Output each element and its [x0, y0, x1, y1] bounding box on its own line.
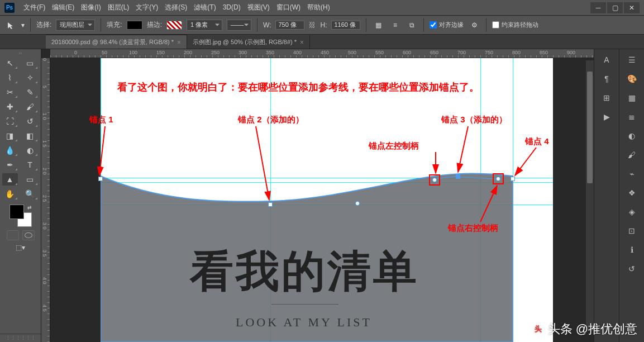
history-brush-tool[interactable]: ↺ — [22, 115, 38, 127]
hand-tool[interactable]: ✋ — [2, 188, 18, 200]
gradient-tool[interactable]: ◧ — [22, 130, 38, 142]
toolbox-handle[interactable]: ›› — [0, 50, 41, 56]
width-field[interactable] — [275, 21, 304, 30]
rulers-panel-icon[interactable]: ⊞ — [599, 92, 614, 104]
toolbox: ›› ↖▭⌇✧✂✎✚🖌⛶↺◨◧💧◐✒T▲▭✋🔍 ⇄ ⬚▾ ⋮⋮⋮⋮⋮⋮ — [0, 49, 41, 342]
close-tab-icon[interactable]: × — [300, 39, 304, 46]
nav-panel-icon[interactable]: ⊡ — [624, 225, 639, 237]
menu-滤镜t[interactable]: 滤镜(T) — [190, 3, 219, 11]
path-select-tool[interactable]: ▲ — [2, 173, 18, 186]
eyedropper-tool[interactable]: ✎ — [22, 86, 38, 98]
menu-编辑e[interactable]: 编辑(E) — [49, 3, 78, 11]
pen-tool[interactable]: ✒ — [2, 159, 18, 171]
anchor-2[interactable] — [268, 202, 273, 207]
move-tool[interactable]: ↖ — [2, 57, 18, 69]
screen-mode-icon[interactable]: ⬚▾ — [16, 244, 25, 251]
link-icon[interactable]: ⛓ — [309, 21, 316, 29]
healing-tool[interactable]: ✚ — [2, 101, 18, 113]
width-label: W: — [263, 21, 271, 29]
path-ops-icon[interactable]: ▦ — [372, 19, 384, 31]
annotation-anchor3: 锚点 3（添加的） — [441, 115, 507, 125]
ruler-horizontal[interactable]: 0501001502002503003504004505005506006507… — [50, 49, 594, 58]
brush-tool[interactable]: 🖌 — [22, 101, 38, 113]
document-tab[interactable]: 20180009.psd @ 98.4% (淡蓝背景, RGB/8) *× — [46, 35, 187, 49]
annotation-left-handle: 锚点左控制柄 — [369, 141, 419, 151]
anchor-1[interactable] — [98, 177, 103, 181]
rect-marquee-tool[interactable]: ▭ — [22, 57, 38, 69]
3d-panel-icon[interactable]: ◈ — [624, 206, 639, 218]
close-button[interactable]: ✕ — [624, 2, 640, 13]
menu-帮助h[interactable]: 帮助(H) — [304, 3, 333, 11]
glyphs-panel-icon[interactable]: ❖ — [624, 187, 639, 199]
adjust-panel-icon[interactable]: ◐ — [624, 130, 639, 142]
constrain-path-checkbox[interactable]: 约束路径拖动 — [492, 21, 538, 29]
gear-icon[interactable]: ⚙ — [468, 19, 480, 31]
menu-图层l[interactable]: 图层(L) — [104, 3, 133, 11]
type-tool[interactable]: T — [22, 159, 38, 171]
eraser-tool[interactable]: ◨ — [2, 130, 18, 142]
height-field[interactable] — [331, 21, 360, 30]
annotation-anchor4: 锚点 4 — [525, 136, 549, 147]
swap-colors-icon[interactable]: ⇄ — [27, 205, 32, 210]
¶-panel-icon[interactable]: ¶ — [599, 73, 614, 85]
menu-文件f[interactable]: 文件(F) — [20, 3, 49, 11]
brush-panel-icon[interactable]: 🖌 — [624, 149, 639, 161]
magic-wand-tool[interactable]: ✧ — [22, 72, 38, 84]
dodge-tool[interactable]: ◐ — [22, 144, 38, 156]
align-edges-checkbox[interactable]: 对齐边缘 — [430, 21, 464, 29]
A-panel-icon[interactable]: A — [599, 54, 614, 66]
sliders-panel-icon[interactable]: ☰ — [624, 54, 639, 66]
menu-3dd[interactable]: 3D(D) — [220, 3, 244, 11]
move-tool-indicator[interactable] — [4, 19, 17, 31]
blur-tool[interactable]: 💧 — [2, 144, 18, 156]
arrange-icon[interactable]: ⧉ — [406, 19, 418, 31]
menu-窗口w[interactable]: 窗口(W) — [273, 3, 304, 11]
anchor-4[interactable] — [511, 177, 515, 181]
stamp-tool[interactable]: ⛶ — [2, 115, 18, 127]
highlight-left-handle — [429, 174, 440, 186]
document-tab[interactable]: 示例图.jpg @ 50% (示例图, RGB/8#) *× — [187, 35, 310, 49]
menu-选择s[interactable]: 选择(S) — [161, 3, 190, 11]
minimize-button[interactable]: ─ — [590, 2, 606, 13]
align-icon[interactable]: ≡ — [389, 19, 401, 31]
menu-文字y[interactable]: 文字(Y) — [132, 3, 161, 11]
maximize-button[interactable]: ▢ — [607, 2, 623, 13]
standard-mode-icon[interactable] — [7, 230, 19, 240]
play-panel-icon[interactable]: ▶ — [599, 111, 614, 123]
swatches-panel-icon[interactable]: ▦ — [624, 92, 639, 104]
shape-tool[interactable]: ▭ — [22, 173, 38, 186]
annotation-anchor1: 锚点 1 — [89, 115, 113, 125]
zoom-tool[interactable]: 🔍 — [22, 188, 38, 200]
lasso-tool[interactable]: ⌇ — [2, 72, 18, 84]
stroke-style-dropdown[interactable]: ─── — [227, 20, 251, 31]
fill-label: 填充: — [107, 20, 122, 30]
menu-视图v[interactable]: 视图(V) — [244, 3, 273, 11]
crop-tool[interactable]: ✂ — [2, 86, 18, 98]
history-panel-icon[interactable]: ↺ — [624, 263, 639, 275]
annotation-anchor2: 锚点 2（添加的） — [238, 115, 304, 125]
quickmask-icon[interactable] — [22, 230, 35, 240]
info-panel-icon[interactable]: ℹ — [624, 244, 639, 256]
ruler-vertical[interactable]: 051 01 52 02 53 03 54 04 5 — [41, 58, 50, 342]
options-bar: ▾ 选择: 现用图层 填充: 描边: 1 像素 ─── W: ⛓ H: ▦ ≡ … — [0, 16, 644, 35]
canvas[interactable]: 看我的清单 LOOK AT MY LIST 看了这个图，你就明白了：要在哪些位置… — [50, 58, 594, 342]
paths-panel-icon[interactable]: ⌁ — [624, 168, 639, 180]
toutiao-logo: 头 — [532, 323, 545, 335]
fill-swatch[interactable] — [127, 21, 142, 30]
close-tab-icon[interactable]: × — [177, 39, 181, 46]
stroke-width-dropdown[interactable]: 1 像素 — [187, 20, 222, 31]
palette-panel-icon[interactable]: 🎨 — [624, 73, 639, 85]
foreground-color[interactable] — [9, 205, 24, 219]
app-logo: Ps — [4, 3, 15, 13]
height-label: H: — [320, 21, 327, 29]
layers-panel-icon[interactable]: ≣ — [624, 111, 639, 123]
menu-图像i[interactable]: 图像(I) — [78, 3, 104, 11]
anchor-3[interactable] — [456, 174, 460, 179]
segment-midpoint[interactable] — [355, 201, 360, 206]
right-panels: A¶⊞▶ ☰🎨▦≣◐🖌⌁❖◈⊡ℹ↺ — [594, 49, 644, 342]
vertical-scrollbar[interactable] — [586, 60, 594, 331]
document: 看我的清单 LOOK AT MY LIST — [101, 58, 553, 342]
stroke-swatch[interactable] — [166, 21, 182, 30]
color-swatches[interactable]: ⇄ — [9, 205, 32, 227]
select-layer-dropdown[interactable]: 现用图层 — [56, 20, 95, 31]
